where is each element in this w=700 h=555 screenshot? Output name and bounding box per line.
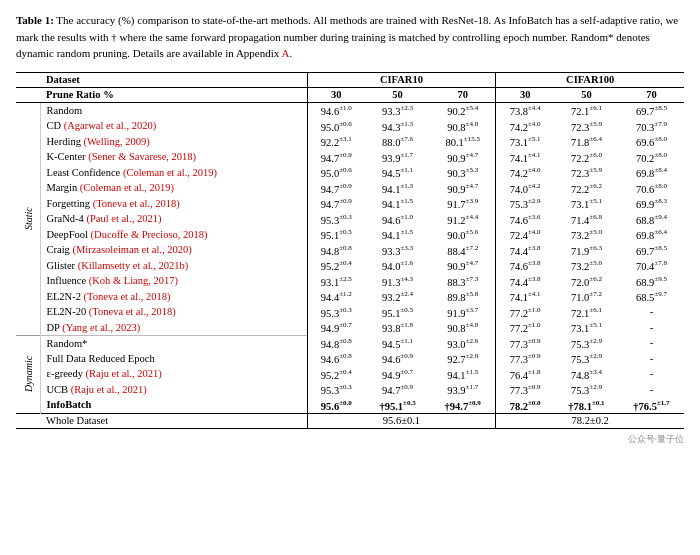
method-name: Herding (Welling, 2009) xyxy=(40,134,307,150)
cell-c10_30: 94.6±1.0 xyxy=(307,102,365,118)
cell-c10_70: 91.2±4.4 xyxy=(430,211,496,227)
method-name: Influence (Koh & Liang, 2017) xyxy=(40,273,307,289)
table-row: GraNd-4 (Paul et al., 2021)95.3±0.394.6±… xyxy=(16,211,684,227)
cell-c10_70: 90.3±5.3 xyxy=(430,165,496,181)
cell-c10_30: 93.1±2.5 xyxy=(307,273,365,289)
cell-c10_70: 88.3±7.3 xyxy=(430,273,496,289)
cell-c10_50: 93.9±1.7 xyxy=(365,149,430,165)
cell-c10_30: 94.9±0.7 xyxy=(307,320,365,336)
c10-70-header: 70 xyxy=(430,87,496,102)
table-row: Full Data Reduced Epoch94.6±0.894.6±0.99… xyxy=(16,351,684,367)
section-label-dynamic: Dynamic xyxy=(16,335,40,413)
whole-dataset-row: Whole Dataset95.6±0.178.2±0.2 xyxy=(16,413,684,428)
cell-c100_50: 73.1±5.1 xyxy=(554,320,619,336)
cell-c100_50: 73.2±5.0 xyxy=(554,227,619,243)
table-row: ε-greedy (Raju et al., 2021)95.2±0.494.9… xyxy=(16,366,684,382)
cell-c100_50: 72.1±6.1 xyxy=(554,304,619,320)
cell-c100_30: 77.3±0.9 xyxy=(496,351,554,367)
cell-c100_70: 69.8±8.4 xyxy=(619,165,684,181)
cell-c10_30: 95.2±0.4 xyxy=(307,258,365,274)
cell-c10_50: 94.1±1.5 xyxy=(365,227,430,243)
cell-c100_50: 71.0±7.2 xyxy=(554,289,619,305)
cell-c10_70: 90.9±4.7 xyxy=(430,149,496,165)
table-row: Glister (Killamsetty et al., 2021b)95.2±… xyxy=(16,258,684,274)
cell-c10_30: 95.0±0.6 xyxy=(307,165,365,181)
cell-c10_50: †95.1±0.5 xyxy=(365,397,430,413)
c100-70-header: 70 xyxy=(619,87,684,102)
cell-c100_50: 74.8±3.4 xyxy=(554,366,619,382)
method-name: Forgetting (Toneva et al., 2018) xyxy=(40,196,307,212)
cell-c10_30: 95.3±0.3 xyxy=(307,382,365,398)
cell-c10_30: 95.2±0.4 xyxy=(307,366,365,382)
cell-c100_30: 77.2±1.0 xyxy=(496,320,554,336)
method-name: InfoBatch xyxy=(40,397,307,413)
watermark: 公众号·量子位 xyxy=(16,433,684,446)
method-name: Least Confidence (Coleman et al., 2019) xyxy=(40,165,307,181)
cell-c100_70: 69.9±8.3 xyxy=(619,196,684,212)
table-row: Margin (Coleman et al., 2019)94.7±0.994.… xyxy=(16,180,684,196)
cell-c100_70: 68.5±9.7 xyxy=(619,289,684,305)
cell-c10_30: 92.2±3.1 xyxy=(307,134,365,150)
cell-c10_30: 94.8±0.8 xyxy=(307,242,365,258)
c100-30-header: 30 xyxy=(496,87,554,102)
table-number: Table 1: xyxy=(16,14,54,26)
cell-c100_30: 75.3±2.9 xyxy=(496,196,554,212)
table-row: EL2N-2 (Toneva et al., 2018)94.4±1.293.2… xyxy=(16,289,684,305)
cell-c100_70: 70.3±7.9 xyxy=(619,118,684,134)
results-table: Dataset CIFAR10 CIFAR100 Prune Ratio % 3… xyxy=(16,72,684,429)
cell-c100_50: 73.2±5.0 xyxy=(554,258,619,274)
cifar100-group-header: CIFAR100 xyxy=(496,72,684,87)
table-row: DynamicRandom*94.8±0.894.5±1.193.0±2.677… xyxy=(16,335,684,351)
dataset-col-header: Dataset xyxy=(40,72,307,87)
section-col-header xyxy=(16,72,40,87)
cell-c10_30: 95.1±0.5 xyxy=(307,227,365,243)
cell-c100_30: 73.1±5.1 xyxy=(496,134,554,150)
table-row: DeepFool (Ducoffe & Precioso, 2018)95.1±… xyxy=(16,227,684,243)
method-name: ε-greedy (Raju et al., 2021) xyxy=(40,366,307,382)
cell-c10_70: 90.9±4.7 xyxy=(430,180,496,196)
cell-c100_50: 72.1±6.1 xyxy=(554,102,619,118)
cell-c10_50: 94.7±0.9 xyxy=(365,382,430,398)
cell-c10_70: 93.9±1.7 xyxy=(430,382,496,398)
method-name: Random* xyxy=(40,335,307,351)
cell-c10_70: 91.7±3.9 xyxy=(430,196,496,212)
cell-c10_50: 95.1±0.5 xyxy=(365,304,430,320)
section-subheader xyxy=(16,87,40,102)
cell-c100_30: 77.2±1.0 xyxy=(496,304,554,320)
cell-c10_70: 90.8±4.8 xyxy=(430,118,496,134)
prune-ratio-label: Prune Ratio % xyxy=(40,87,307,102)
method-name: Margin (Coleman et al., 2019) xyxy=(40,180,307,196)
cell-c100_70: 69.7±8.5 xyxy=(619,102,684,118)
cell-c100_50: 73.1±5.1 xyxy=(554,196,619,212)
cell-c100_30: 77.3±0.9 xyxy=(496,382,554,398)
cell-c100_30: 74.1±4.1 xyxy=(496,289,554,305)
cell-c100_50: 72.0±6.2 xyxy=(554,273,619,289)
cell-c10_30: 95.3±0.3 xyxy=(307,304,365,320)
whole-dataset-c10: 95.6±0.1 xyxy=(307,413,496,428)
section-label-static: Static xyxy=(16,102,40,335)
cell-c100_50: 72.2±6.2 xyxy=(554,180,619,196)
cell-c10_50: 88.0±7.6 xyxy=(365,134,430,150)
cell-c100_70: - xyxy=(619,304,684,320)
cell-c10_70: 91.9±3.7 xyxy=(430,304,496,320)
c10-30-header: 30 xyxy=(307,87,365,102)
cell-c100_30: 73.8±4.4 xyxy=(496,102,554,118)
c100-50-header: 50 xyxy=(554,87,619,102)
cell-c10_30: 94.6±0.8 xyxy=(307,351,365,367)
whole-dataset-label: Whole Dataset xyxy=(40,413,307,428)
cell-c10_50: 91.3±4.3 xyxy=(365,273,430,289)
cell-c10_70: 93.0±2.6 xyxy=(430,335,496,351)
cell-c10_50: 94.6±0.9 xyxy=(365,351,430,367)
cell-c10_70: 89.8±5.8 xyxy=(430,289,496,305)
whole-dataset-c100: 78.2±0.2 xyxy=(496,413,684,428)
cell-c100_30: 74.2±4.0 xyxy=(496,118,554,134)
cell-c100_70: †76.5±1.7 xyxy=(619,397,684,413)
method-name: Glister (Killamsetty et al., 2021b) xyxy=(40,258,307,274)
cell-c100_30: 74.6±3.6 xyxy=(496,211,554,227)
cell-c10_50: 94.0±1.6 xyxy=(365,258,430,274)
table-row: InfoBatch95.6±0.0†95.1±0.5†94.7±0.978.2±… xyxy=(16,397,684,413)
method-name: GraNd-4 (Paul et al., 2021) xyxy=(40,211,307,227)
cell-c10_50: 93.3±2.3 xyxy=(365,102,430,118)
cell-c100_30: 74.4±3.8 xyxy=(496,273,554,289)
cell-c10_50: 94.6±1.0 xyxy=(365,211,430,227)
